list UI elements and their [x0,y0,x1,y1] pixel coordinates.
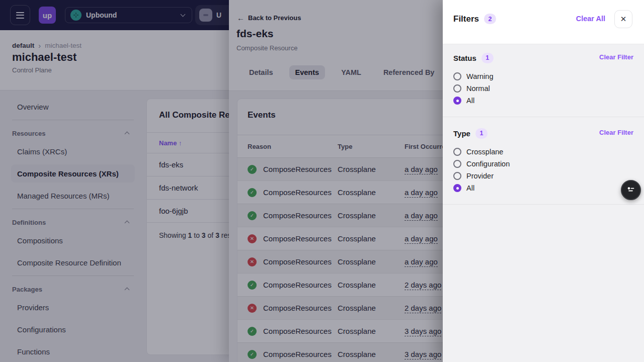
filters-title: Filters [453,14,479,24]
close-icon: ✕ [620,15,627,24]
radio-option-all-type[interactable]: All [453,182,633,194]
radio-icon [453,72,461,80]
section-title: Status [453,54,476,62]
section-count-badge: 1 [475,128,488,139]
app-window: up Upbound U default › michael-test mich… [0,0,644,362]
filter-section-type: Type 1 Clear Filter Crossplane Configura… [443,117,644,205]
radio-icon [453,84,461,93]
clear-filter-button[interactable]: Clear Filter [599,53,633,61]
filters-panel: Filters 2 Clear All ✕ Status 1 Clear Fil… [443,0,644,362]
radio-icon [453,172,461,180]
radio-option-normal[interactable]: Normal [453,82,633,95]
filters-count-badge: 2 [484,14,496,24]
section-count-badge: 1 [481,53,494,63]
radio-icon [453,160,461,168]
radio-selected-icon [453,97,461,105]
radio-option-all-status[interactable]: All [453,95,633,107]
filter-list-icon [626,185,635,196]
filter-fab-button[interactable] [621,180,641,200]
radio-option-provider[interactable]: Provider [453,170,633,182]
radio-option-configuration[interactable]: Configuration [453,158,633,170]
radio-icon [453,148,461,156]
filter-section-status: Status 1 Clear Filter Warning Normal All [443,44,644,117]
radio-selected-icon [453,184,461,192]
close-button[interactable]: ✕ [614,10,632,28]
clear-filter-button[interactable]: Clear Filter [599,129,633,136]
section-title: Type [453,129,470,138]
filters-header: Filters 2 Clear All ✕ [443,0,644,44]
radio-option-warning[interactable]: Warning [453,70,633,82]
radio-option-crossplane[interactable]: Crossplane [453,146,633,158]
clear-all-button[interactable]: Clear All [576,15,605,23]
